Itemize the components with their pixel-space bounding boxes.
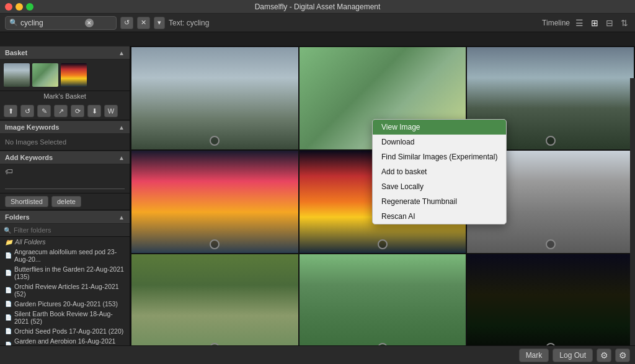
ctx-add-basket[interactable]: Add to basket: [373, 164, 506, 179]
folder-filter: 🔍: [0, 224, 130, 237]
mark-button[interactable]: Mark: [519, 348, 549, 362]
ctx-view-image[interactable]: View Image: [373, 120, 506, 135]
folder-icon-2: 📄: [5, 287, 12, 293]
bottom-bar: Mark Log Out ⚙ ⚙: [0, 345, 635, 364]
basket-share-btn[interactable]: ↗: [54, 105, 68, 117]
basket-chevron: ▲: [118, 50, 125, 56]
keyword-input[interactable]: [5, 179, 125, 189]
basket-edit-btn[interactable]: ✎: [37, 105, 51, 117]
folder-item-3[interactable]: 📄Garden Pictures 20-Aug-2021 (153): [0, 299, 130, 309]
folder-item-2[interactable]: 📄Orchid Review Articles 21-Aug-2021 (52): [0, 282, 130, 299]
ctx-find-similar[interactable]: Find Similar Images (Experimental): [373, 149, 506, 164]
folder-icon-5: 📄: [5, 328, 12, 334]
traffic-lights: [5, 3, 33, 11]
basket-thumb-3[interactable]: [61, 63, 87, 87]
ctx-rescan-ai[interactable]: Rescan AI: [373, 209, 506, 224]
title-bar: Damselfly - Digital Asset Management: [0, 0, 635, 14]
select-circle-6[interactable]: [546, 239, 556, 249]
ctx-regen-thumb[interactable]: Regenerate Thumbnail: [373, 194, 506, 209]
basket-thumb-2[interactable]: [32, 63, 58, 87]
folder-all-icon: 📁: [5, 239, 12, 246]
keywords-chevron: ▲: [118, 124, 125, 131]
grid-cell-9[interactable]: [467, 254, 634, 357]
search-bar: 🔍 ✕: [5, 16, 117, 30]
keywords-empty: No Images Selected: [5, 136, 66, 148]
view-large-button[interactable]: ⊟: [604, 17, 615, 29]
content-area: View Image Download Find Similar Images …: [130, 46, 635, 359]
close-search-button[interactable]: ✕: [137, 17, 150, 29]
keywords-area: No Images Selected: [0, 134, 130, 151]
basket-label: Basket: [5, 49, 27, 56]
minimize-button[interactable]: [16, 3, 23, 11]
search-icon: 🔍: [9, 19, 18, 27]
folder-all-label: All Folders: [15, 238, 46, 246]
add-keywords-label: Add Keywords: [5, 154, 53, 161]
folder-item-1[interactable]: 📄Butterflies in the Garden 22-Aug-2021 (…: [0, 264, 130, 282]
dropdown-button[interactable]: ▾: [154, 17, 165, 29]
basket-section-header[interactable]: Basket ▲: [0, 46, 130, 60]
ctx-download[interactable]: Download: [373, 135, 506, 149]
tag-icon: 🏷: [5, 167, 125, 176]
folders-chevron: ▲: [118, 214, 125, 221]
view-grid-button[interactable]: ⊞: [589, 17, 600, 29]
extra-settings-button[interactable]: ⚙: [615, 348, 630, 362]
timeline-label: Timeline: [542, 19, 570, 27]
folder-all[interactable]: 📁 All Folders: [0, 237, 130, 247]
basket-upload-btn[interactable]: ⬆: [4, 105, 17, 117]
select-circle-4[interactable]: [210, 239, 220, 249]
basket-download-btn[interactable]: ⬇: [87, 105, 101, 117]
toolbar-right: Timeline ☰ ⊞ ⊟ ⇅: [542, 17, 630, 29]
settings-button[interactable]: ⚙: [597, 348, 611, 362]
view-list-button[interactable]: ☰: [574, 17, 585, 29]
folder-item-5[interactable]: 📄Orchid Seed Pods 17-Aug-2021 (220): [0, 326, 130, 336]
maximize-button[interactable]: [26, 3, 33, 11]
search-text-label: Text: cycling: [169, 19, 209, 27]
logout-button[interactable]: Log Out: [553, 348, 593, 362]
grid-cell-8[interactable]: [300, 254, 466, 357]
view-sort-button[interactable]: ⇅: [619, 17, 630, 29]
folders-section-header[interactable]: Folders ▲: [0, 210, 130, 224]
basket-thumb-1[interactable]: [4, 63, 30, 87]
keywords-input-area: 🏷: [0, 164, 130, 193]
add-keywords-chevron: ▲: [118, 154, 125, 161]
shortlisted-button[interactable]: Shortlisted: [5, 196, 48, 207]
search-input[interactable]: [20, 19, 82, 27]
right-scroll: [630, 78, 635, 359]
basket-icons: ⬆ ↺ ✎ ↗ ⟳ ⬇ W: [0, 102, 130, 120]
folder-filter-input[interactable]: [14, 226, 126, 234]
folders-label: Folders: [5, 213, 30, 221]
close-button[interactable]: [5, 3, 12, 11]
grid-cell-7[interactable]: [131, 254, 298, 357]
basket-area: [0, 60, 130, 91]
select-circle-1[interactable]: [210, 136, 220, 146]
keywords-buttons: Shortlisted delete: [0, 193, 130, 210]
basket-sync-btn[interactable]: ⟳: [71, 105, 84, 117]
ctx-save-locally[interactable]: Save Locally: [373, 179, 506, 194]
keywords-label: Image Keywords: [5, 123, 59, 131]
folder-icon-1: 📄: [5, 270, 12, 276]
folder-icon-4: 📄: [5, 314, 12, 321]
folders-area: 📁 All Folders 📄Angraecum aloifolium seed…: [0, 237, 130, 359]
grid-cell-1[interactable]: [131, 47, 298, 149]
delete-button[interactable]: delete: [51, 196, 81, 207]
basket-owner-label: Mark's Basket: [0, 91, 130, 102]
grid-cell-4[interactable]: [131, 151, 298, 253]
folder-item-4[interactable]: 📄Silent Earth Book Review 18-Aug-2021 (5…: [0, 309, 130, 326]
sidebar: Basket ▲ Mark's Basket ⬆ ↺ ✎ ↗ ⟳ ⬇ W Ima…: [0, 46, 130, 359]
folder-icon-0: 📄: [5, 252, 12, 259]
folder-icon-3: 📄: [5, 301, 12, 307]
context-menu: View Image Download Find Similar Images …: [372, 119, 507, 224]
basket-w-btn[interactable]: W: [104, 105, 118, 117]
main-layout: Basket ▲ Mark's Basket ⬆ ↺ ✎ ↗ ⟳ ⬇ W Ima…: [0, 46, 635, 359]
window-title: Damselfly - Digital Asset Management: [255, 2, 381, 11]
clear-search-button[interactable]: ✕: [85, 19, 94, 27]
select-circle-5[interactable]: [378, 239, 388, 249]
folder-search-icon: 🔍: [4, 227, 11, 234]
refresh-button[interactable]: ↺: [120, 17, 133, 29]
select-circle-3[interactable]: [546, 136, 556, 146]
keywords-section-header[interactable]: Image Keywords ▲: [0, 120, 130, 134]
add-keywords-section-header[interactable]: Add Keywords ▲: [0, 151, 130, 164]
folder-item-0[interactable]: 📄Angraecum aloifolium seed pod 23-Aug-20…: [0, 247, 130, 264]
basket-refresh-btn[interactable]: ↺: [20, 105, 34, 117]
toolbar: 🔍 ✕ ↺ ✕ ▾ Text: cycling Timeline ☰ ⊞ ⊟ ⇅: [0, 14, 635, 32]
